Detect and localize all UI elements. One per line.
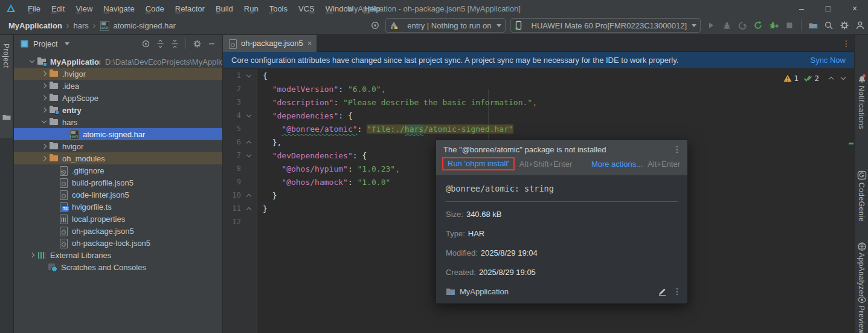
- tab-bar-more-icon[interactable]: ⋮: [842, 39, 850, 48]
- previous-problem-icon[interactable]: [826, 73, 836, 83]
- tree-chevron-icon[interactable]: [39, 141, 49, 151]
- tree-chevron-icon[interactable]: [38, 262, 48, 272]
- codegenie-icon[interactable]: [857, 170, 867, 180]
- account-icon[interactable]: [852, 18, 868, 33]
- run-configuration-select[interactable]: entry | Nothing to run on: [385, 18, 505, 33]
- locate-target-icon[interactable]: [367, 18, 383, 33]
- tree-row[interactable]: hars: [14, 116, 222, 128]
- tree-row[interactable]: oh-package.json5: [14, 225, 222, 237]
- fold-marker-icon[interactable]: [241, 175, 257, 189]
- popup-more-icon[interactable]: ⋮: [673, 144, 681, 154]
- multi-debug-button[interactable]: [766, 18, 782, 33]
- previewer-eye-icon[interactable]: [857, 295, 867, 305]
- profiler-button[interactable]: [735, 18, 750, 33]
- tree-chevron-icon[interactable]: [49, 202, 59, 212]
- tree-row[interactable]: entry: [14, 104, 222, 116]
- fold-marker-icon[interactable]: [241, 202, 257, 215]
- tree-chevron-icon[interactable]: [49, 238, 59, 248]
- run-button[interactable]: [703, 18, 719, 33]
- tree-chevron-icon[interactable]: [49, 190, 59, 199]
- tree-row[interactable]: local.properties: [14, 213, 222, 225]
- fold-marker-icon[interactable]: [241, 215, 257, 228]
- tree-chevron-icon[interactable]: [49, 166, 59, 175]
- tree-row[interactable]: build-profile.json5: [14, 176, 222, 189]
- next-problem-icon[interactable]: [838, 73, 848, 83]
- fold-marker-icon[interactable]: [241, 109, 257, 122]
- fold-marker-icon[interactable]: [241, 162, 257, 175]
- fold-marker-icon[interactable]: [241, 95, 257, 109]
- footer-more-icon[interactable]: ⋮: [673, 286, 681, 296]
- fold-marker-icon[interactable]: [241, 82, 257, 95]
- tab-oh-package-json5[interactable]: oh-package.json5 ×: [223, 35, 317, 52]
- maximize-button[interactable]: □: [815, 0, 841, 17]
- project-panel-title[interactable]: Project: [33, 39, 57, 48]
- edit-pencil-icon[interactable]: [658, 287, 667, 296]
- run-ohpm-install-link[interactable]: Run 'ohpm install': [448, 159, 509, 168]
- device-manager-icon[interactable]: [805, 18, 821, 33]
- collapse-all-icon[interactable]: [167, 37, 182, 50]
- breadcrumb-item[interactable]: hars: [62, 21, 89, 30]
- tree-chevron-icon[interactable]: [49, 178, 59, 187]
- select-opened-file-icon[interactable]: [138, 37, 153, 50]
- minimize-button[interactable]: –: [788, 0, 815, 17]
- code-line[interactable]: 2 "modelVersion": "6.0.0",: [223, 82, 854, 95]
- tree-chevron-icon[interactable]: [49, 226, 59, 236]
- search-icon[interactable]: [821, 18, 837, 33]
- inspections-widget[interactable]: 1 2: [783, 73, 848, 83]
- menu-item[interactable]: Navigate: [98, 0, 140, 17]
- sync-rerun-button[interactable]: [750, 18, 766, 33]
- menu-item[interactable]: Build: [210, 0, 239, 17]
- menu-item[interactable]: VCS: [293, 0, 320, 17]
- close-button[interactable]: ×: [841, 0, 868, 17]
- tree-row[interactable]: Scratches and Consoles: [14, 261, 222, 273]
- device-select[interactable]: HUAWEI Mate 60 Pro[FMR0223C13000012]: [510, 18, 701, 33]
- tab-codegenie[interactable]: CodeGenie: [857, 183, 866, 222]
- tree-row[interactable]: .idea: [14, 80, 222, 92]
- menu-item[interactable]: View: [70, 0, 98, 17]
- tree-row[interactable]: External Libraries: [14, 249, 222, 261]
- menu-item[interactable]: Refactor: [170, 0, 210, 17]
- expand-all-icon[interactable]: [153, 37, 167, 50]
- fold-marker-icon[interactable]: [241, 69, 257, 82]
- menu-item[interactable]: Code: [140, 0, 170, 17]
- tree-chevron-icon[interactable]: [27, 57, 37, 66]
- tree-chevron-icon[interactable]: [49, 214, 59, 224]
- fold-marker-icon[interactable]: [241, 135, 257, 149]
- tree-chevron-icon[interactable]: [60, 129, 69, 139]
- tree-chevron-icon[interactable]: [39, 69, 49, 79]
- tree-row[interactable]: oh-package-lock.json5: [14, 237, 222, 249]
- tree-chevron-icon[interactable]: [27, 250, 37, 260]
- tree-row[interactable]: .hvigor: [14, 68, 222, 80]
- code-line[interactable]: 3 "description": "Please describe the ba…: [223, 95, 854, 109]
- menu-item[interactable]: Run: [239, 0, 264, 17]
- code-line[interactable]: 1 {: [223, 69, 854, 82]
- tree-chevron-icon[interactable]: [39, 117, 49, 127]
- menu-item[interactable]: File: [22, 0, 46, 17]
- tree-row[interactable]: oh_modules: [14, 152, 222, 164]
- menu-item[interactable]: Tools: [264, 0, 293, 17]
- tab-notifications[interactable]: Notifications: [857, 86, 866, 129]
- tree-row[interactable]: .gitignore: [14, 164, 222, 176]
- breadcrumb-item[interactable]: MyApplication: [8, 21, 62, 30]
- debug-button[interactable]: [719, 18, 735, 33]
- tree-chevron-icon[interactable]: [39, 93, 49, 103]
- code-line[interactable]: 4 "dependencies": {: [223, 109, 854, 122]
- menu-item[interactable]: Edit: [46, 0, 70, 17]
- hide-panel-icon[interactable]: [204, 37, 219, 50]
- fold-marker-icon[interactable]: [241, 149, 257, 162]
- tree-row[interactable]: AppScope: [14, 92, 222, 104]
- tree-row[interactable]: hvigor: [14, 140, 222, 152]
- tree-chevron-icon[interactable]: [39, 105, 49, 115]
- stop-button[interactable]: [782, 18, 797, 33]
- tree-row[interactable]: hvigorfile.ts: [14, 201, 222, 213]
- tab-close-icon[interactable]: ×: [307, 39, 312, 48]
- tree-row[interactable]: MyApplication D:\Data\DevEcoProjects\MyA…: [14, 56, 222, 68]
- tab-previewer[interactable]: Previewer: [857, 306, 866, 333]
- settings-gear-icon[interactable]: [837, 18, 852, 33]
- tree-row[interactable]: code-linter.json5: [14, 189, 222, 201]
- code-line[interactable]: 5 "@bonree/atomic": "file:./hars/atomic-…: [223, 122, 854, 135]
- notifications-bell-icon[interactable]: [857, 74, 867, 83]
- breadcrumb-item[interactable]: atomic-signed.har: [89, 21, 176, 30]
- tree-row[interactable]: atomic-signed.har: [14, 128, 222, 140]
- chevron-down-icon[interactable]: [65, 42, 69, 45]
